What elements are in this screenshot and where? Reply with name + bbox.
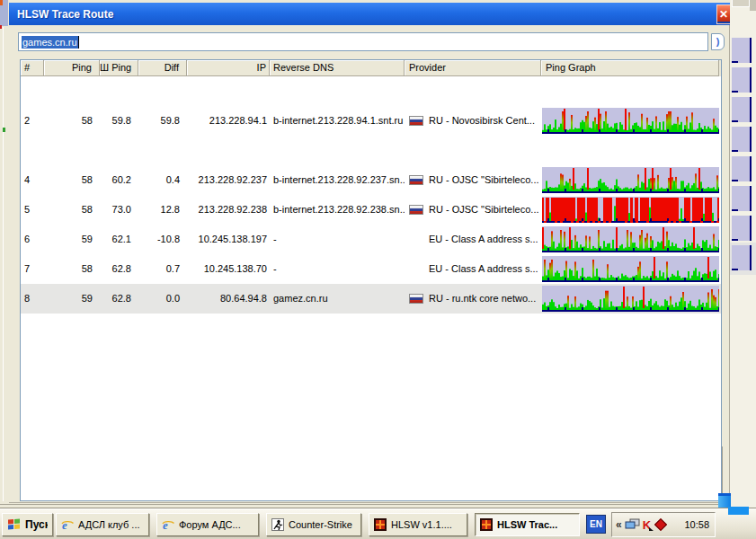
- svg-text:e: e: [62, 518, 67, 531]
- taskbar-button-3[interactable]: HLSW v1.1....: [369, 513, 467, 536]
- cell-provider: RU - OJSC "Sibirteleco...: [405, 165, 541, 195]
- table-row-hop-4[interactable]: 45860.20.4213.228.92.237b-internet.213.2…: [21, 165, 721, 195]
- cell-ip: 10.245.138.197: [187, 225, 270, 254]
- language-indicator[interactable]: EN: [586, 515, 606, 534]
- host-address-input[interactable]: games.cn.ru: [18, 32, 708, 51]
- ping-graph-canvas: [542, 167, 719, 193]
- trace-route-table: #PingШ PingDiffIPReverse DNSProviderPing…: [20, 59, 722, 501]
- cell-diff: 12.8: [138, 195, 187, 225]
- titlebar[interactable]: HLSW Trace Route ✕: [9, 3, 730, 25]
- clock: 10:58: [684, 519, 711, 530]
- address-dropdown-button[interactable]: ): [711, 33, 725, 50]
- ping-graph-canvas: [542, 108, 719, 134]
- cell-rdns: b-internet.213.228.92.237.sn...: [270, 165, 405, 195]
- taskbar-button-0[interactable]: eАДСЛ клуб ...: [56, 513, 149, 536]
- provider-text: RU - OJSC "Sibirteleco...: [429, 195, 539, 225]
- table-row-hop-2[interactable]: 25859.859.8213.228.94.1b-internet.213.22…: [21, 106, 721, 136]
- start-button[interactable]: Пуск: [2, 513, 53, 536]
- provider-text: RU - ru.ntk core netwo...: [429, 284, 536, 314]
- cell-provider: EU - Class A address s...: [405, 254, 541, 284]
- cell-diff: 59.8: [138, 106, 187, 136]
- red-diamond-tray-icon[interactable]: [654, 518, 667, 531]
- cell-ping-graph: [541, 165, 719, 195]
- cell-avg: 73.0: [100, 195, 138, 225]
- table-row-hop-5[interactable]: 55873.012.8213.228.92.238b-internet.213.…: [21, 195, 721, 225]
- cell-ping: 58: [44, 195, 100, 225]
- column-header-provider[interactable]: Provider: [405, 60, 541, 76]
- close-icon: ✕: [719, 8, 728, 21]
- column-header-num[interactable]: #: [21, 60, 44, 76]
- column-header-graph[interactable]: Ping Graph: [541, 60, 719, 76]
- table-row-empty: [21, 136, 721, 165]
- window-title: HLSW Trace Route: [9, 8, 113, 21]
- cell-avg: 62.1: [100, 225, 138, 254]
- column-header-diff[interactable]: Diff: [138, 60, 187, 76]
- background-scrollbar-fragment-lower[interactable]: [728, 507, 749, 515]
- ping-graph-canvas: [542, 286, 719, 312]
- background-ping-graph-fragment: [732, 97, 752, 122]
- cell-num: 6: [21, 225, 44, 254]
- column-header-ip[interactable]: IP: [187, 60, 270, 76]
- system-tray: « K 10:58: [611, 512, 716, 537]
- background-ping-graph-fragment: [732, 245, 752, 270]
- taskbar-button-label: Форум АДС...: [179, 519, 241, 530]
- cell-num: 8: [21, 284, 44, 314]
- cell-ip: 213.228.92.238: [187, 195, 270, 225]
- svg-text:e: e: [163, 518, 168, 531]
- cell-ip: 80.64.94.8: [187, 284, 270, 314]
- background-ping-graph-fragment: [732, 186, 752, 211]
- cell-provider: RU - Novosibirsk Cent...: [405, 106, 541, 136]
- column-header-ping[interactable]: Ping: [44, 60, 100, 76]
- cell-ping-graph: [541, 254, 719, 284]
- cell-ping-graph: [541, 195, 719, 225]
- taskbar-button-label: HLSW v1.1....: [391, 519, 452, 530]
- taskbar: Пуск eАДСЛ клуб ...eФорум АДС...Counter-…: [0, 508, 756, 539]
- cell-avg: 62.8: [100, 284, 138, 314]
- network-icon[interactable]: [625, 518, 640, 531]
- background-window-right-edge: [730, 0, 756, 539]
- provider-text: RU - OJSC "Sibirteleco...: [429, 165, 539, 195]
- cell-ping: 58: [44, 165, 100, 195]
- hlsw-icon: [480, 518, 493, 531]
- cell-ip: 10.245.138.70: [187, 254, 270, 284]
- taskbar-button-label: Counter-Strike: [289, 519, 352, 530]
- cell-rdns: -: [270, 225, 405, 254]
- cell-ip: 213.228.92.237: [187, 165, 270, 195]
- close-button[interactable]: ✕: [716, 4, 730, 24]
- antivirus-icon[interactable]: K: [643, 519, 651, 531]
- windows-logo-icon: [7, 518, 21, 531]
- cell-diff: 0.7: [138, 254, 187, 284]
- cell-ping-graph: [541, 106, 719, 136]
- table-row-hop-6[interactable]: 65962.1-10.810.245.138.197-EU - Class A …: [21, 225, 721, 254]
- cell-ping: 58: [44, 254, 100, 284]
- provider-text: EU - Class A address s...: [429, 225, 538, 254]
- taskbar-button-2[interactable]: Counter-Strike: [266, 513, 361, 536]
- cell-rdns: -: [270, 254, 405, 284]
- cell-ping: 59: [44, 225, 100, 254]
- taskbar-button-1[interactable]: eФорум АДС...: [156, 513, 259, 536]
- hlsw-trace-route-window: HLSW Trace Route ✕ games.cn.ru ) #PingШ …: [9, 3, 730, 503]
- table-row-hop-7[interactable]: 75862.80.710.245.138.70-EU - Class A add…: [21, 254, 721, 284]
- cell-avg: 60.2: [100, 165, 138, 195]
- cell-provider: RU - OJSC "Sibirteleco...: [405, 195, 541, 225]
- tray-chevron-icon[interactable]: «: [616, 518, 622, 531]
- column-header-avg[interactable]: Ш Ping: [100, 60, 138, 76]
- ru-flag-icon: [409, 116, 423, 126]
- background-window-left-edge: [0, 0, 9, 539]
- cell-ping-graph: [541, 284, 719, 314]
- taskbar-button-label: АДСЛ клуб ...: [78, 519, 140, 530]
- ping-graph-canvas: [542, 256, 719, 282]
- table-header: #PingШ PingDiffIPReverse DNSProviderPing…: [21, 60, 721, 76]
- cell-avg: 62.8: [100, 254, 138, 284]
- background-ping-graph-fragment: [732, 216, 752, 241]
- counter-strike-icon: [271, 518, 284, 531]
- ping-graph-canvas: [542, 226, 719, 252]
- cell-rdns: b-internet.213.228.92.238.sn...: [270, 195, 405, 225]
- provider-text: RU - Novosibirsk Cent...: [429, 106, 535, 136]
- cell-num: 2: [21, 106, 44, 136]
- background-window-bottom-border: [0, 504, 730, 505]
- cell-ip: 213.228.94.1: [187, 106, 270, 136]
- table-row-hop-8[interactable]: 85962.80.080.64.94.8gamez.cn.ruRU - ru.n…: [21, 284, 721, 314]
- column-header-rdns[interactable]: Reverse DNS: [270, 60, 405, 76]
- taskbar-button-4[interactable]: HLSW Trac...: [475, 513, 580, 536]
